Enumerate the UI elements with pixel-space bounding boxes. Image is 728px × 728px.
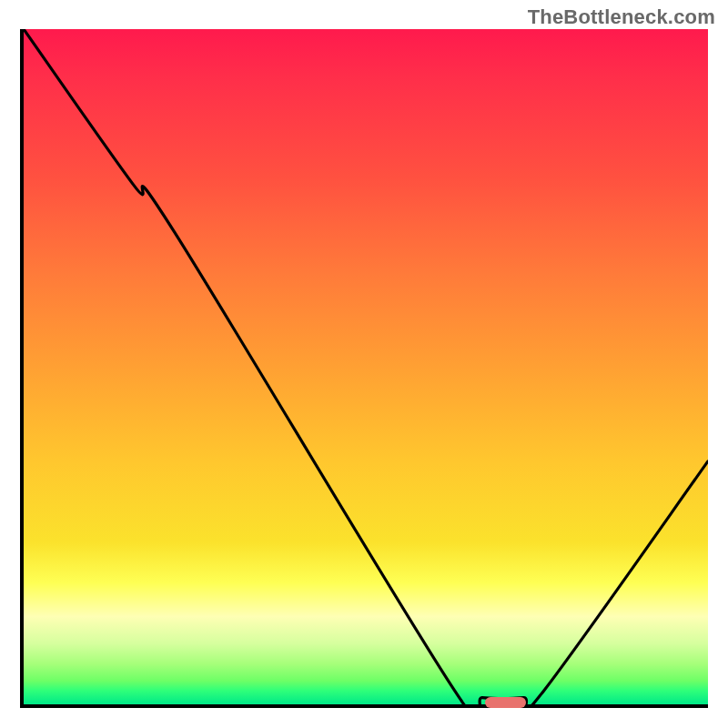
bottleneck-curve	[24, 29, 708, 704]
plot-area	[20, 29, 708, 708]
minimum-marker	[485, 697, 526, 708]
watermark-text: TheBottleneck.com	[528, 5, 715, 29]
